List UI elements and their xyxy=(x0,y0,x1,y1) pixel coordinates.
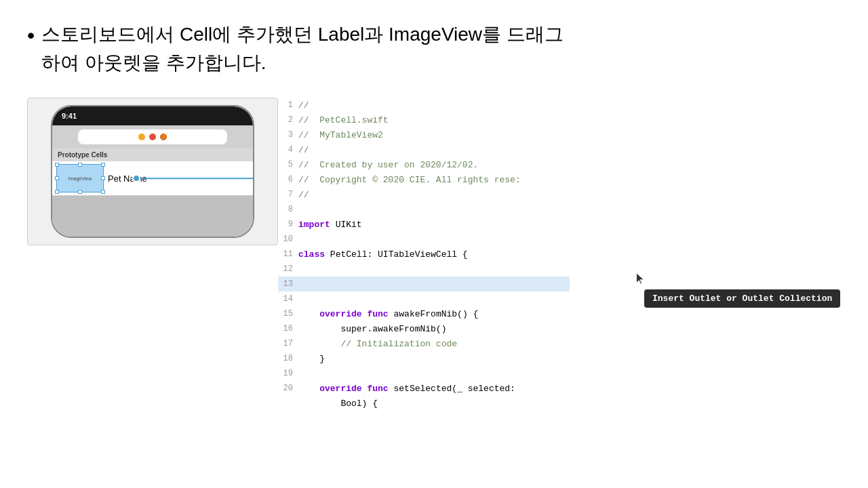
code-content-21: Bool) { xyxy=(298,399,378,409)
phone-notch xyxy=(132,106,173,117)
code-line-3: 3 // MyTableView2 xyxy=(278,127,841,142)
handle-tr xyxy=(101,163,105,167)
line-num-19: 19 xyxy=(278,369,298,378)
line-num-14: 14 xyxy=(278,294,298,304)
line-num-9: 9 xyxy=(278,220,298,229)
tooltip-box: Insert Outlet or Outlet Collection xyxy=(644,289,840,308)
handle-bm xyxy=(78,190,82,194)
code-content-1: // xyxy=(298,100,309,110)
line-num-3: 3 xyxy=(278,130,298,140)
code-line-2: 2 // PetCell.swift xyxy=(278,113,841,127)
code-line-9: 9 import UIKit xyxy=(278,217,841,232)
code-line-7: 7 // xyxy=(278,187,841,202)
prototype-cells-header: Prototype Cells xyxy=(52,148,253,161)
dot-red xyxy=(149,134,156,140)
line-num-15: 15 xyxy=(278,309,298,319)
code-line-10: 10 xyxy=(278,232,841,247)
handle-tl xyxy=(55,163,59,167)
line-num-2: 2 xyxy=(278,115,298,125)
search-bar xyxy=(78,129,227,144)
image-view-label: ImageView xyxy=(68,176,92,181)
code-line-6: 6 // Copyright © 2020 CIE. All rights re… xyxy=(278,172,841,187)
line-num-16: 16 xyxy=(278,324,298,333)
code-line-12: 12 xyxy=(278,262,841,277)
code-line-17: 17 // Initialization code xyxy=(278,336,841,351)
code-line-21: Bool) { xyxy=(278,396,841,411)
table-cell-row: ImageView Pet Name xyxy=(52,161,253,196)
code-line-8: 8 xyxy=(278,202,841,217)
code-line-16: 16 super.awakeFromNib() xyxy=(278,321,841,336)
code-editor: 1 // 2 // PetCell.swift 3 // MyTableView… xyxy=(278,98,841,411)
code-content-5: // Created by user on 2020/12/02. xyxy=(298,160,478,170)
line-num-12: 12 xyxy=(278,264,298,274)
line-num-8: 8 xyxy=(278,205,298,214)
empty-area xyxy=(52,196,253,237)
code-content-20: override func setSelected(_ selected: xyxy=(298,384,515,394)
handle-bl xyxy=(55,190,59,194)
cursor-arrow xyxy=(635,272,646,285)
line-num-17: 17 xyxy=(278,339,298,348)
code-line-20: 20 override func setSelected(_ selected: xyxy=(278,381,841,396)
code-content-3: // MyTableView2 xyxy=(298,130,383,140)
code-content-16: super.awakeFromNib() xyxy=(298,324,446,334)
handle-ml xyxy=(55,176,59,180)
line-num-5: 5 xyxy=(278,160,298,169)
line-num-20: 20 xyxy=(278,384,298,393)
instruction-block: • 스토리보드에서 Cell에 추가했던 Label과 ImageView를 드… xyxy=(27,20,841,77)
drag-line xyxy=(140,178,254,179)
code-line-5: 5 // Created by user on 2020/12/02. xyxy=(278,157,841,172)
code-line-19: 19 xyxy=(278,366,841,381)
phone-time: 9:41 xyxy=(62,112,77,120)
tooltip-container: Insert Outlet or Outlet Collection xyxy=(644,289,840,308)
code-line-18: 18 } xyxy=(278,351,841,366)
bullet-point: • xyxy=(27,20,35,51)
code-content-2: // PetCell.swift xyxy=(298,115,389,125)
handle-tm xyxy=(78,163,82,167)
code-line-11: 11 class PetCell: UITableViewCell { xyxy=(278,247,841,262)
line-num-4: 4 xyxy=(278,145,298,155)
handle-mr xyxy=(101,176,105,180)
phone-top-bar: 9:41 xyxy=(52,106,253,125)
image-view-selected: ImageView xyxy=(56,164,104,192)
line-num-10: 10 xyxy=(278,235,298,244)
code-line-4: 4 // xyxy=(278,142,841,157)
instruction-text: 스토리보드에서 Cell에 추가했던 Label과 ImageView를 드래그… xyxy=(41,20,564,77)
content-area: 9:41 Prototype Cells xyxy=(27,98,841,411)
drag-start-circle xyxy=(132,174,140,182)
line-num-11: 11 xyxy=(278,249,298,259)
code-content-4: // xyxy=(298,145,309,155)
code-content-11: class PetCell: UITableViewCell { xyxy=(298,249,468,260)
code-line-15: 15 override func awakeFromNib() { xyxy=(278,306,841,321)
code-content-7: // xyxy=(298,190,309,200)
code-line-1: 1 // xyxy=(278,98,841,113)
line-num-7: 7 xyxy=(278,190,298,199)
line-num-13: 13 xyxy=(278,279,298,289)
handle-br xyxy=(101,190,105,194)
line-num-18: 18 xyxy=(278,354,298,363)
main-container: • 스토리보드에서 Cell에 추가했던 Label과 ImageView를 드… xyxy=(0,0,868,431)
dot-orange xyxy=(160,134,167,140)
line-num-6: 6 xyxy=(278,175,298,184)
code-line-13: 13 xyxy=(278,277,570,291)
line-num-1: 1 xyxy=(278,100,298,110)
storyboard-container: 9:41 Prototype Cells xyxy=(27,98,278,245)
code-content-17: // Initialization code xyxy=(298,339,457,349)
code-content-9: import UIKit xyxy=(298,220,362,230)
code-content-18: } xyxy=(298,354,325,364)
table-view: Prototype Cells ImageView xyxy=(52,148,253,196)
search-bar-area xyxy=(52,125,253,148)
code-content-15: override func awakeFromNib() { xyxy=(298,309,478,319)
code-content-6: // Copyright © 2020 CIE. All rights rese… xyxy=(298,175,521,185)
dot-yellow xyxy=(138,134,145,140)
phone-mockup: 9:41 Prototype Cells xyxy=(51,105,254,238)
